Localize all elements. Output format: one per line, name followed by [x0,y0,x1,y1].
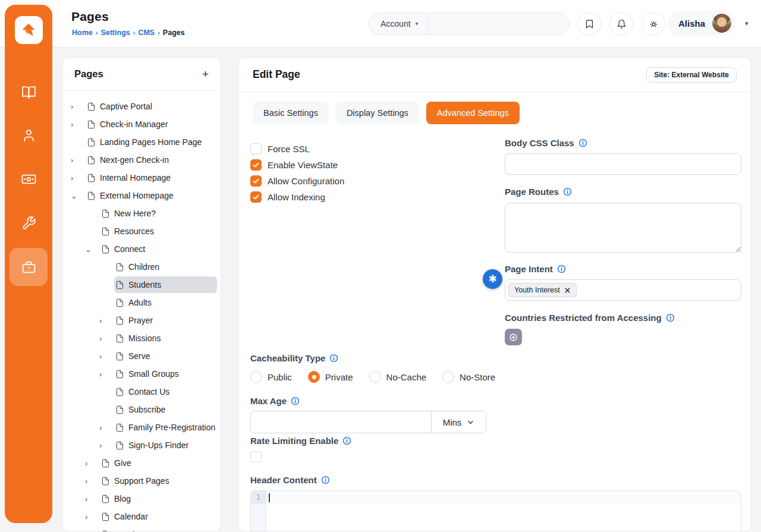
radio-selected[interactable] [308,371,320,383]
tree-item[interactable]: Adults [62,294,221,311]
chevron-icon[interactable]: › [99,352,114,361]
chevron-icon[interactable]: › [71,156,86,165]
page-routes-textarea[interactable] [505,203,741,253]
sidebar-item-people[interactable] [5,123,52,147]
tree-item[interactable]: Subscribe [62,401,221,418]
add-page-button[interactable]: + [202,68,209,80]
tree-item[interactable]: Resources [62,222,221,240]
tree-item[interactable]: ›Watch [62,525,221,532]
chevron-icon[interactable]: › [71,174,86,182]
chevron-icon[interactable]: ⌄ [85,245,100,254]
rate-limiting-checkbox[interactable] [250,451,262,462]
tree-item[interactable]: ›Check-in Manager [62,115,221,133]
chevron-icon[interactable]: › [99,316,114,325]
tree-item[interactable]: Contact Us [62,383,221,401]
tree-item[interactable]: ›Sign-Ups Finder [62,436,221,454]
tree-item[interactable]: ›Captive Portal [62,97,221,115]
info-icon[interactable] [578,138,587,147]
chevron-icon[interactable]: › [99,441,114,450]
app-logo[interactable] [5,5,52,55]
info-icon[interactable] [563,187,572,196]
radio-unselected[interactable] [442,371,454,383]
tree-item[interactable]: ›Prayer [62,311,221,329]
radio-unselected[interactable] [369,371,381,383]
checkbox-checked[interactable] [250,159,262,171]
force-ssl-checkbox-row[interactable]: Force SSL [250,141,344,157]
checkbox-checked[interactable] [250,191,262,203]
chevron-icon[interactable]: › [71,120,86,129]
sidebar-item-tools[interactable] [5,211,52,235]
tree-item[interactable]: ›Serve [62,347,221,365]
chevron-icon[interactable]: ⌄ [71,191,86,200]
page-intent-input[interactable]: Youth Interest [505,279,741,301]
tab-basic-settings[interactable]: Basic Settings [253,102,329,124]
chevron-icon[interactable]: › [85,459,100,468]
max-age-input[interactable] [251,411,431,433]
chevron-icon[interactable]: › [71,102,86,111]
chevron-icon[interactable]: › [85,495,100,503]
tree-item[interactable]: ›Missions [62,329,221,347]
breadcrumb-cms[interactable]: CMS [138,29,155,37]
theme-button[interactable] [641,12,665,36]
info-icon[interactable] [329,354,338,363]
add-country-button[interactable] [505,329,522,345]
remove-tag-icon[interactable] [564,287,571,294]
radio-public[interactable]: Public [250,371,292,383]
body-css-class-input[interactable] [505,153,741,175]
intent-tag: Youth Interest [508,283,577,297]
radio-no-cache[interactable]: No-Cache [369,371,427,383]
tree-item[interactable]: ›Next-gen Check-in [62,151,221,169]
checkbox-unchecked[interactable] [250,143,262,155]
caret-down-icon[interactable]: ▾ [745,20,749,27]
sidebar-item-library[interactable] [5,80,52,104]
chevron-icon[interactable]: › [99,334,114,343]
tree-item[interactable]: ›Give [62,454,221,472]
tree-item[interactable]: ›Small Groups [62,365,221,383]
tree-item[interactable]: ›Calendar [62,508,221,525]
tree-item[interactable]: ›Support Pages [62,472,221,490]
enable-viewstate-checkbox-row[interactable]: Enable ViewState [250,157,344,173]
code-area[interactable] [266,491,741,532]
info-icon[interactable] [291,396,300,405]
tree-item[interactable]: ⌄External Homepage [62,187,221,204]
sidebar-item-finance[interactable] [5,167,52,191]
info-icon[interactable] [666,313,675,322]
tree-item[interactable]: Children [62,258,221,276]
allow-indexing-checkbox-row[interactable]: Allow Indexing [250,189,344,205]
search-input[interactable] [429,13,569,34]
breadcrumb-home[interactable]: Home [72,29,93,37]
tree-item[interactable]: ›Blog [62,490,221,508]
notifications-button[interactable] [609,12,633,36]
breadcrumb-separator: › [133,29,136,36]
tab-advanced-settings[interactable]: Advanced Settings [426,102,520,124]
allow-configuration-checkbox-row[interactable]: Allow Configuration [250,173,344,189]
checkbox-checked[interactable] [250,175,262,187]
radio-unselected[interactable] [250,371,262,383]
info-icon[interactable] [321,476,330,484]
tree-item[interactable]: New Here? [62,204,221,222]
tree-item-selected[interactable]: Students [62,276,221,294]
chevron-icon[interactable]: › [85,512,100,521]
header-content-code-editor[interactable]: 1 [250,490,741,532]
info-icon[interactable] [557,265,566,273]
radio-no-store[interactable]: No-Store [442,371,495,383]
account-scope-dropdown[interactable]: Account ▾ [369,13,428,34]
chevron-icon[interactable]: › [99,423,114,432]
sidebar-item-admin[interactable] [5,255,52,279]
site-badge[interactable]: Site: External Website [646,67,737,83]
tree-item[interactable]: Landing Pages Home Page [62,133,221,151]
tree-item-label: Subscribe [128,405,165,414]
chevron-icon[interactable]: › [85,530,100,532]
chevron-icon[interactable]: › [85,477,100,486]
tree-item[interactable]: ›Internal Homepage [62,169,221,187]
info-icon[interactable] [342,436,351,445]
tree-item[interactable]: ⌄Connect [62,240,221,258]
radio-private[interactable]: Private [308,371,353,383]
max-age-unit-dropdown[interactable]: Mins [431,411,486,433]
bookmarks-button[interactable] [577,12,601,36]
chevron-icon[interactable]: › [99,370,114,379]
tree-item[interactable]: ›Family Pre-Registration [62,418,221,436]
user-menu[interactable]: Alisha [668,11,735,36]
breadcrumb-settings[interactable]: Settings [100,29,130,37]
tab-display-settings[interactable]: Display Settings [336,102,419,124]
